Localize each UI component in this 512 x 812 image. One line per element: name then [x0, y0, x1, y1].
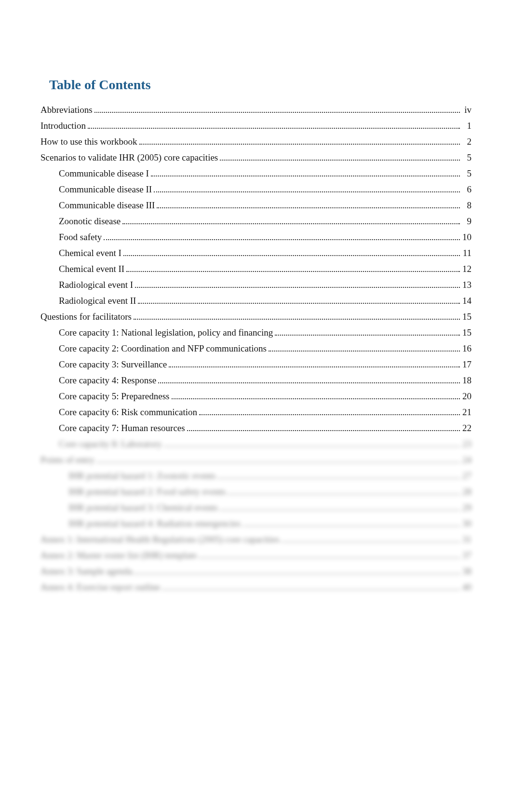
toc-entry-page: 12	[462, 264, 472, 273]
toc-title: Table of Contents	[49, 77, 472, 93]
toc-entry[interactable]: Annex 2: Master roster list (IHR) templa…	[40, 551, 472, 560]
toc-entry[interactable]: Zoonotic disease9	[40, 217, 472, 226]
toc-entry[interactable]: Radiological event I13	[40, 280, 472, 289]
toc-entry[interactable]: Core capacity 4: Response18	[40, 376, 472, 385]
toc-entry-label: Core capacity 6: Risk communication	[59, 407, 197, 417]
toc-entry[interactable]: Annex 3: Sample agenda38	[40, 567, 472, 576]
toc-entry[interactable]: IHR potential hazard 4: Radiation emerge…	[40, 519, 472, 528]
toc-entry-label: Radiological event I	[59, 280, 133, 289]
toc-entry-page: 40	[462, 582, 472, 592]
toc-entry[interactable]: Annex 1: International Health Regulation…	[40, 535, 472, 544]
toc-entry-page: 8	[462, 201, 472, 210]
toc-entry[interactable]: Communicable disease III8	[40, 201, 472, 210]
toc-leader-dots	[126, 271, 460, 272]
toc-entry-label: Introduction	[40, 121, 86, 130]
toc-entry[interactable]: Core capacity 3: Surveillance17	[40, 360, 472, 369]
toc-entry[interactable]: Scenarios to validate IHR (2005) core ca…	[40, 153, 472, 162]
toc-entry-page: 17	[462, 360, 472, 369]
toc-leader-dots	[199, 557, 460, 558]
toc-leader-dots	[134, 319, 460, 320]
toc-entry-label: IHR potential hazard 2: Food safety even…	[68, 487, 226, 496]
toc-leader-dots	[220, 160, 460, 161]
toc-leader-dots	[220, 510, 460, 511]
toc-entry[interactable]: Introduction1	[40, 121, 472, 130]
toc-entry-label: Zoonotic disease	[59, 217, 121, 226]
toc-entry[interactable]: Questions for facilitators15	[40, 312, 472, 321]
toc-entry-page: 14	[462, 296, 472, 305]
toc-entry-page: 10	[462, 232, 472, 242]
toc-entry-label: Chemical event I	[59, 248, 121, 257]
toc-leader-dots	[281, 541, 460, 542]
toc-entry-page: iv	[462, 105, 472, 114]
toc-leader-dots	[104, 239, 460, 240]
toc-entry-label: Core capacity 4: Response	[59, 376, 156, 385]
toc-leader-dots	[218, 478, 460, 479]
toc-entry-page: 6	[462, 185, 472, 194]
toc-entry[interactable]: Annex 4: Exercise report outline40	[40, 582, 472, 592]
toc-entry-page: 24	[462, 455, 472, 464]
toc-entry-label: Communicable disease II	[59, 185, 152, 194]
toc-entry-label: Scenarios to validate IHR (2005) core ca…	[40, 153, 218, 162]
toc-entry-page: 29	[462, 503, 472, 512]
toc-entry[interactable]: Food safety10	[40, 232, 472, 242]
toc-leader-dots	[94, 112, 460, 113]
toc-entry-label: Annex 2: Master roster list (IHR) templa…	[40, 551, 197, 560]
toc-leader-dots	[199, 414, 460, 415]
toc-entry-page: 38	[462, 567, 472, 576]
toc-entry-label: Food safety	[59, 232, 102, 242]
toc-entry-page: 15	[462, 328, 472, 337]
toc-entry-page: 18	[462, 376, 472, 385]
toc-entry[interactable]: Chemical event I11	[40, 248, 472, 257]
toc-entry-page: 1	[462, 121, 472, 130]
toc-entry-label: Annex 3: Sample agenda	[40, 567, 132, 576]
toc-entry-page: 13	[462, 280, 472, 289]
toc-entry-page: 37	[462, 551, 472, 560]
toc-entry-label: Chemical event II	[59, 264, 124, 273]
toc-entry-page: 28	[462, 487, 472, 496]
toc-entry[interactable]: Core capacity 5: Preparedness20	[40, 392, 472, 401]
toc-leader-dots	[275, 335, 460, 336]
toc-leader-dots	[96, 462, 460, 463]
toc-entry[interactable]: Core capacity 7: Human resources22	[40, 423, 472, 433]
toc-entry-label: Core capacity 7: Human resources	[59, 423, 185, 433]
toc-entry[interactable]: Core capacity 2: Coordination and NFP co…	[40, 344, 472, 353]
toc-entry-label: Core capacity 3: Surveillance	[59, 360, 167, 369]
document-page: Table of Contents AbbreviationsivIntrodu…	[0, 0, 512, 592]
toc-leader-dots	[243, 526, 460, 527]
toc-entry[interactable]: Chemical event II12	[40, 264, 472, 273]
toc-entry[interactable]: IHR potential hazard 3: Chemical events2…	[40, 503, 472, 512]
toc-leader-dots	[123, 255, 460, 256]
toc-leader-dots	[135, 287, 460, 288]
toc-entry-page: 31	[462, 535, 472, 544]
toc-entry-label: Communicable disease I	[59, 169, 149, 178]
toc-entry-page: 11	[462, 248, 472, 257]
toc-leader-dots	[158, 382, 460, 383]
toc-entry[interactable]: Core capacity 8: Laboratory23	[40, 439, 472, 448]
toc-entry[interactable]: Points of entry24	[40, 455, 472, 464]
toc-entry[interactable]: Communicable disease II6	[40, 185, 472, 194]
toc-entry-label: Annex 4: Exercise report outline	[40, 582, 160, 592]
toc-leader-dots	[169, 366, 460, 367]
toc-leader-dots	[269, 351, 460, 352]
toc-entry-page: 15	[462, 312, 472, 321]
toc-entry[interactable]: How to use this workbook2	[40, 137, 472, 146]
toc-leader-dots	[164, 446, 460, 447]
toc-leader-dots	[134, 573, 460, 574]
toc-entry-label: IHR potential hazard 3: Chemical events	[68, 503, 218, 512]
toc-leader-dots	[187, 430, 460, 431]
toc-entry[interactable]: IHR potential hazard 2: Food safety even…	[40, 487, 472, 496]
toc-entry-label: IHR potential hazard 4: Radiation emerge…	[68, 519, 241, 528]
toc-entry-label: Points of entry	[40, 455, 94, 464]
toc-entry[interactable]: Core capacity 1: National legislation, p…	[40, 328, 472, 337]
toc-entry-label: Communicable disease III	[59, 201, 155, 210]
toc-entry[interactable]: Communicable disease I5	[40, 169, 472, 178]
toc-entry[interactable]: Core capacity 6: Risk communication21	[40, 407, 472, 417]
table-of-contents: AbbreviationsivIntroduction1How to use t…	[40, 105, 472, 592]
toc-entry[interactable]: IHR potential hazard 1: Zoonotic events2…	[40, 471, 472, 480]
toc-entry[interactable]: Abbreviationsiv	[40, 105, 472, 114]
toc-leader-dots	[151, 176, 460, 176]
toc-entry-page: 27	[462, 471, 472, 480]
toc-entry-label: Core capacity 1: National legislation, p…	[59, 328, 273, 337]
toc-entry[interactable]: Radiological event II14	[40, 296, 472, 305]
toc-leader-dots	[122, 223, 460, 224]
